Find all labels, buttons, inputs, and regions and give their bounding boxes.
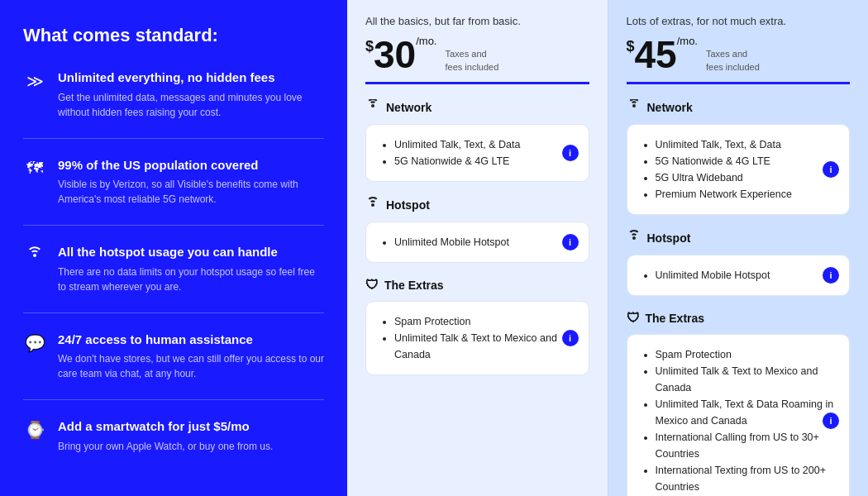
right-hotspot-title: Hotspot [627, 230, 851, 246]
feature-support-text: 24/7 access to human assistance We don't… [58, 331, 324, 382]
middle-hotspot-label: Hotspot [386, 198, 430, 212]
right-network-title: Network [627, 99, 851, 116]
middle-price-note: Taxes andfees included [445, 48, 498, 74]
feature-watch-text: Add a smartwatch for just $5/mo Bring yo… [58, 418, 273, 454]
right-network-icon [627, 99, 641, 116]
middle-hotspot-card: Unlimited Mobile Hotspot i [365, 222, 589, 263]
list-item: Unlimited Talk, Text, & Data [394, 136, 575, 153]
feature-coverage: 🗺 99% of the US population covered Visib… [23, 157, 324, 227]
middle-network-title: Network [365, 99, 589, 116]
right-hotspot-info-button[interactable]: i [823, 267, 839, 284]
right-subtitle: Lots of extras, for not much extra. [627, 15, 851, 27]
middle-network-info-button[interactable]: i [562, 145, 579, 161]
feature-watch-desc: Bring your own Apple Watch, or buy one f… [58, 439, 273, 454]
feature-watch-title: Add a smartwatch for just $5/mo [58, 418, 273, 435]
middle-extras-label: The Extras [384, 279, 444, 292]
list-item: Unlimited Mobile Hotspot [656, 267, 837, 284]
middle-extras-title: 🛡 The Extras [365, 278, 589, 293]
list-item: Premium Network Experience [656, 186, 837, 203]
right-network-list: Unlimited Talk, Text, & Data 5G Nationwi… [641, 136, 837, 203]
right-plan-panel: Lots of extras, for not much extra. $ 45… [608, 0, 869, 496]
list-item: Unlimited Talk, Text, & Data [656, 136, 837, 153]
list-item: Unlimited Talk & Text to Mexico and Cana… [656, 363, 837, 396]
list-item: 5G Ultra Wideband [656, 169, 837, 186]
right-extras-list: Spam Protection Unlimited Talk & Text to… [641, 346, 837, 495]
right-price-row: $ 45 /mo. Taxes andfees included [627, 36, 851, 84]
list-item: Unlimited Talk & Text to Mexico and Cana… [394, 330, 575, 363]
middle-extras-list: Spam Protection Unlimited Talk & Text to… [379, 313, 575, 363]
feature-unlimited-title: Unlimited everything, no hidden fees [58, 69, 324, 86]
list-item: Spam Protection [656, 346, 837, 363]
right-price: $ 45 /mo. [627, 36, 698, 74]
right-extras-info-button[interactable]: i [823, 413, 839, 429]
left-heading: What comes standard: [23, 25, 324, 46]
right-extras-icon: 🛡 [627, 311, 640, 326]
list-item: International Calling from US to 30+ Cou… [656, 429, 837, 462]
list-item: Unlimited Mobile Hotspot [394, 234, 575, 250]
middle-hotspot-title: Hotspot [365, 197, 589, 213]
middle-network-list: Unlimited Talk, Text, & Data 5G Nationwi… [379, 136, 575, 169]
right-hotspot-card: Unlimited Mobile Hotspot i [627, 255, 851, 296]
feature-hotspot-desc: There are no data limits on your hotspot… [58, 265, 324, 294]
right-price-dollar: $ [627, 39, 635, 54]
feature-hotspot: All the hotspot usage you can handle The… [23, 244, 324, 313]
feature-unlimited-text: Unlimited everything, no hidden fees Get… [58, 69, 324, 120]
feature-coverage-title: 99% of the US population covered [58, 157, 324, 174]
right-network-card: Unlimited Talk, Text, & Data 5G Nationwi… [627, 124, 851, 215]
right-extras-card: Spam Protection Unlimited Talk & Text to… [627, 334, 851, 496]
middle-hotspot-section-icon [365, 197, 380, 213]
middle-extras-card: Spam Protection Unlimited Talk & Text to… [365, 301, 589, 375]
middle-price-dollar: $ [365, 39, 374, 54]
list-item: 5G Nationwide & 4G LTE [656, 153, 837, 169]
list-item: 5G Nationwide & 4G LTE [394, 153, 575, 169]
list-item: International Texting from US to 200+ Co… [656, 462, 837, 495]
middle-plan-panel: All the basics, but far from basic. $ 30… [347, 0, 608, 496]
hotspot-icon [23, 246, 46, 266]
middle-network-card: Unlimited Talk, Text, & Data 5G Nationwi… [365, 124, 589, 182]
middle-price-amount: 30 [374, 36, 416, 74]
right-hotspot-section-icon [627, 230, 641, 246]
middle-price: $ 30 /mo. [365, 36, 436, 74]
right-network-info-button[interactable]: i [823, 161, 839, 178]
feature-support: 💬 24/7 access to human assistance We don… [23, 331, 324, 401]
feature-watch: ⌚ Add a smartwatch for just $5/mo Bring … [23, 418, 324, 472]
right-extras-title: 🛡 The Extras [627, 311, 851, 326]
right-network-label: Network [647, 101, 693, 114]
middle-price-period: /mo. [416, 36, 436, 46]
middle-network-label: Network [386, 101, 432, 114]
feature-hotspot-title: All the hotspot usage you can handle [58, 244, 324, 260]
middle-subtitle: All the basics, but far from basic. [365, 15, 589, 27]
watch-icon: ⌚ [23, 420, 46, 440]
middle-hotspot-list: Unlimited Mobile Hotspot [379, 234, 575, 250]
unlimited-icon: ≫ [23, 71, 46, 91]
middle-price-row: $ 30 /mo. Taxes andfees included [365, 36, 589, 84]
right-price-note: Taxes andfees included [706, 48, 760, 74]
right-hotspot-label: Hotspot [647, 231, 691, 245]
right-extras-label: The Extras [646, 312, 705, 325]
middle-extras-info-button[interactable]: i [562, 330, 579, 346]
feature-coverage-desc: Visible is by Verizon, so all Visible's … [58, 177, 324, 207]
feature-support-title: 24/7 access to human assistance [58, 331, 324, 348]
list-item: Unlimited Talk, Text & Data Roaming in M… [656, 396, 837, 429]
list-item: Spam Protection [394, 313, 575, 330]
support-icon: 💬 [23, 333, 46, 353]
middle-hotspot-info-button[interactable]: i [562, 234, 579, 250]
feature-coverage-text: 99% of the US population covered Visible… [58, 157, 324, 207]
right-price-amount: 45 [635, 36, 677, 74]
feature-unlimited: ≫ Unlimited everything, no hidden fees G… [23, 69, 324, 139]
right-price-period: /mo. [677, 36, 698, 46]
right-hotspot-list: Unlimited Mobile Hotspot [641, 267, 837, 284]
plan-panels: All the basics, but far from basic. $ 30… [347, 0, 868, 496]
left-panel: What comes standard: ≫ Unlimited everyth… [0, 0, 347, 496]
coverage-icon: 🗺 [23, 159, 46, 178]
feature-unlimited-desc: Get the unlimited data, messages and min… [58, 90, 324, 120]
feature-support-desc: We don't have stores, but we can still o… [58, 351, 324, 381]
middle-extras-icon: 🛡 [365, 278, 379, 293]
feature-hotspot-text: All the hotspot usage you can handle The… [58, 244, 324, 294]
middle-network-icon [365, 99, 380, 116]
